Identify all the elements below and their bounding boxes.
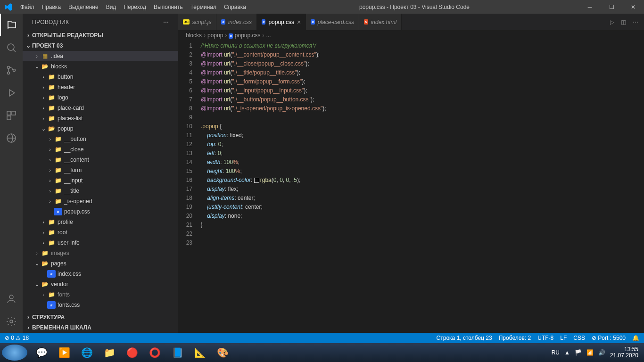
editor-tabs: JSscript.js#index.css#popup.css×#place-c… xyxy=(178,14,644,30)
status-spaces[interactable]: Пробелов: 2 xyxy=(499,335,531,341)
source-control-icon[interactable] xyxy=(0,59,23,82)
sidebar-title: ПРОВОДНИК xyxy=(32,19,69,25)
tree-item-fonts[interactable]: ›📁fonts xyxy=(23,289,178,300)
taskbar-app-viber[interactable]: 💬 xyxy=(30,344,53,361)
status-notifications-icon[interactable]: 🔔 xyxy=(632,335,639,341)
tree-item-button[interactable]: ›📁button xyxy=(23,72,178,82)
status-encoding[interactable]: UTF-8 xyxy=(537,335,553,341)
tree-item-__title[interactable]: ›📁__title xyxy=(23,186,178,196)
status-cursor-position[interactable]: Строка 1, столбец 23 xyxy=(437,335,492,341)
tree-item-index.css[interactable]: #index.css xyxy=(23,269,178,279)
menu-Выделение[interactable]: Выделение xyxy=(65,1,102,13)
svg-point-3 xyxy=(13,69,16,72)
status-errors[interactable]: ⊘ 0 ⚠ 18 xyxy=(5,335,29,341)
window-title: popup.css - Проект 03 - Visual Studio Co… xyxy=(250,4,579,10)
menu-Справка[interactable]: Справка xyxy=(220,1,250,13)
tree-item-__content[interactable]: ›📁__content xyxy=(23,155,178,165)
section-outline[interactable]: ›СТРУКТУРА xyxy=(23,312,178,322)
liveserver-icon[interactable] xyxy=(0,127,23,149)
tab-place-card.css[interactable]: #place-card.css xyxy=(306,14,359,30)
tree-item-logo[interactable]: ›📁logo xyxy=(23,92,178,103)
code-editor[interactable]: 1234567891011121314151617181920212223 /*… xyxy=(178,41,644,333)
tab-index.html[interactable]: 5index.html xyxy=(359,14,402,30)
svg-rect-6 xyxy=(7,116,11,120)
status-language[interactable]: CSS xyxy=(573,335,585,341)
tree-item-profile[interactable]: ›📁profile xyxy=(23,217,178,227)
section-project[interactable]: ⌄ПРОЕКТ 03 xyxy=(23,41,178,51)
taskbar-app-chrome[interactable]: 🔴 xyxy=(121,344,143,361)
taskbar-app-explorer[interactable]: 📁 xyxy=(98,344,121,361)
tray-flag-icon[interactable]: 🏳️ xyxy=(575,349,582,356)
extensions-icon[interactable] xyxy=(0,104,23,127)
svg-point-9 xyxy=(10,320,13,323)
tree-item-popup[interactable]: ⌄📂popup xyxy=(23,123,178,134)
accounts-icon[interactable] xyxy=(0,288,23,310)
tree-item-user-info[interactable]: ›📁user-info xyxy=(23,238,178,248)
menu-Правка[interactable]: Правка xyxy=(38,1,65,13)
menu-Выполнить[interactable]: Выполнить xyxy=(150,1,187,13)
breadcrumb-...[interactable]: ... xyxy=(266,32,271,39)
tree-item-__form[interactable]: ›📁__form xyxy=(23,165,178,175)
breadcrumb-blocks[interactable]: blocks xyxy=(186,32,202,39)
tab-script.js[interactable]: JSscript.js xyxy=(178,14,216,30)
close-button[interactable]: ✕ xyxy=(622,0,644,14)
tree-item-fonts.css[interactable]: #fonts.css xyxy=(23,300,178,310)
svg-point-0 xyxy=(8,44,14,50)
tree-item-pages[interactable]: ⌄📂pages xyxy=(23,258,178,269)
maximize-button[interactable]: ☐ xyxy=(601,0,622,14)
section-open-editors[interactable]: ›ОТКРЫТЫЕ РЕДАКТОРЫ xyxy=(23,30,178,41)
editor-area: JSscript.js#index.css#popup.css×#place-c… xyxy=(178,14,644,333)
minimize-button[interactable]: ─ xyxy=(579,0,601,14)
tray-language[interactable]: RU xyxy=(552,349,560,356)
titlebar: ФайлПравкаВыделениеВидПереходВыполнитьТе… xyxy=(0,0,644,14)
tray-chevron-icon[interactable]: ▲ xyxy=(564,349,570,356)
tree-item-header[interactable]: ›📁header xyxy=(23,82,178,92)
tree-item-_is-opened[interactable]: ›📁_is-opened xyxy=(23,196,178,206)
taskbar-app-word[interactable]: 📘 xyxy=(166,344,189,361)
section-timeline[interactable]: ›ВРЕМЕННАЯ ШКАЛА xyxy=(23,322,178,333)
tree-item-vendor[interactable]: ⌄📂vendor xyxy=(23,279,178,289)
breadcrumb-popup.css[interactable]: #popup.css xyxy=(229,32,260,39)
menu-Переход[interactable]: Переход xyxy=(120,1,150,13)
code-content[interactable]: /*Ниже стили в ссылках не выгружаются*/@… xyxy=(201,41,644,333)
activity-bar xyxy=(0,14,23,333)
tree-item-images[interactable]: ›📁images xyxy=(23,248,178,258)
sidebar-more-icon[interactable]: ⋯ xyxy=(163,19,169,25)
svg-point-8 xyxy=(9,295,13,299)
taskbar-app-vscode[interactable]: 📐 xyxy=(189,344,211,361)
explorer-icon[interactable] xyxy=(0,14,23,36)
tab-index.css[interactable]: #index.css xyxy=(216,14,256,30)
tab-more-icon[interactable]: ⋯ xyxy=(633,19,638,25)
tree-item-blocks[interactable]: ⌄📂blocks xyxy=(23,61,178,72)
split-editor-icon[interactable]: ◫ xyxy=(621,19,626,25)
menu-Файл[interactable]: Файл xyxy=(17,1,38,13)
status-eol[interactable]: LF xyxy=(560,335,567,341)
menu-Терминал[interactable]: Терминал xyxy=(187,1,220,13)
run-icon[interactable]: ▷ xyxy=(610,19,614,25)
debug-icon[interactable] xyxy=(0,82,23,104)
menu-Вид[interactable]: Вид xyxy=(102,1,120,13)
tree-item-__input[interactable]: ›📁__input xyxy=(23,175,178,186)
taskbar-app-media[interactable]: ▶️ xyxy=(53,344,75,361)
tab-popup.css[interactable]: #popup.css× xyxy=(257,14,306,30)
tree-item-places-list[interactable]: ›📁places-list xyxy=(23,113,178,123)
tab-close-icon[interactable]: × xyxy=(297,18,301,26)
tray-volume-icon[interactable]: 🔊 xyxy=(598,349,605,356)
start-button[interactable] xyxy=(2,345,27,361)
tree-item-place-card[interactable]: ›📁place-card xyxy=(23,103,178,113)
tree-item-__close[interactable]: ›📁__close xyxy=(23,144,178,155)
taskbar-app-paint[interactable]: 🎨 xyxy=(211,344,234,361)
taskbar-app-opera[interactable]: ⭕ xyxy=(143,344,166,361)
tray-clock[interactable]: 13:55 21.07.2020 xyxy=(610,346,638,359)
settings-gear-icon[interactable] xyxy=(0,310,23,333)
tree-item-root[interactable]: ›📁root xyxy=(23,227,178,238)
tree-item-popup.css[interactable]: #popup.css xyxy=(23,206,178,217)
tree-item-.idea[interactable]: ›▦.idea xyxy=(23,51,178,61)
breadcrumbs[interactable]: blocks›popup›#popup.css›... xyxy=(178,30,644,41)
status-liveserver[interactable]: ⊘ Port : 5500 xyxy=(592,335,626,341)
search-icon[interactable] xyxy=(0,36,23,59)
tray-network-icon[interactable]: 📶 xyxy=(586,349,594,356)
breadcrumb-popup[interactable]: popup xyxy=(207,32,223,39)
tree-item-__button[interactable]: ›📁__button xyxy=(23,134,178,144)
taskbar-app-ie[interactable]: 🌐 xyxy=(75,344,98,361)
